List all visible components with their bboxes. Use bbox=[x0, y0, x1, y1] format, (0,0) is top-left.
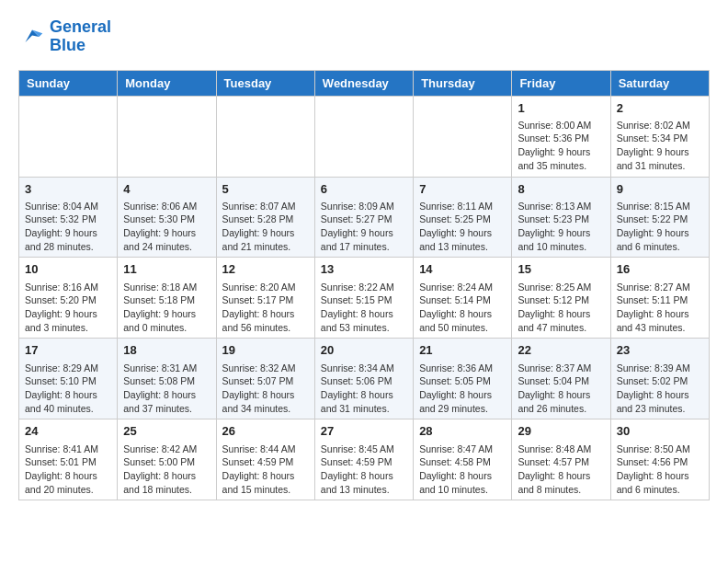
calendar-cell: 9Sunrise: 8:15 AM Sunset: 5:22 PM Daylig… bbox=[610, 177, 709, 258]
day-info: Sunrise: 8:11 AM Sunset: 5:25 PM Dayligh… bbox=[419, 200, 506, 254]
day-info: Sunrise: 8:04 AM Sunset: 5:32 PM Dayligh… bbox=[25, 200, 111, 254]
day-info: Sunrise: 8:32 AM Sunset: 5:07 PM Dayligh… bbox=[222, 362, 309, 416]
calendar-cell: 23Sunrise: 8:39 AM Sunset: 5:02 PM Dayli… bbox=[610, 339, 709, 419]
day-number: 5 bbox=[222, 181, 309, 198]
day-info: Sunrise: 8:48 AM Sunset: 4:57 PM Dayligh… bbox=[518, 442, 604, 497]
calendar-cell: 1Sunrise: 8:00 AM Sunset: 5:36 PM Daylig… bbox=[512, 96, 610, 177]
day-number: 15 bbox=[518, 261, 604, 278]
day-info: Sunrise: 8:37 AM Sunset: 5:04 PM Dayligh… bbox=[518, 362, 604, 416]
calendar-cell bbox=[216, 96, 314, 177]
calendar-week-row: 17Sunrise: 8:29 AM Sunset: 5:10 PM Dayli… bbox=[19, 339, 710, 419]
calendar-week-row: 24Sunrise: 8:41 AM Sunset: 5:01 PM Dayli… bbox=[19, 419, 710, 500]
day-info: Sunrise: 8:31 AM Sunset: 5:08 PM Dayligh… bbox=[123, 362, 210, 416]
day-number: 16 bbox=[617, 261, 703, 278]
day-number: 20 bbox=[321, 342, 407, 359]
day-info: Sunrise: 8:25 AM Sunset: 5:12 PM Dayligh… bbox=[518, 281, 604, 335]
day-info: Sunrise: 8:41 AM Sunset: 5:01 PM Dayligh… bbox=[25, 442, 111, 497]
day-info: Sunrise: 8:00 AM Sunset: 5:36 PM Dayligh… bbox=[518, 119, 604, 173]
day-info: Sunrise: 8:16 AM Sunset: 5:20 PM Dayligh… bbox=[25, 281, 111, 335]
day-number: 22 bbox=[518, 342, 604, 359]
calendar-header-row: SundayMondayTuesdayWednesdayThursdayFrid… bbox=[19, 70, 710, 96]
day-number: 4 bbox=[123, 181, 210, 198]
day-info: Sunrise: 8:20 AM Sunset: 5:17 PM Dayligh… bbox=[222, 281, 309, 335]
day-number: 14 bbox=[419, 261, 506, 278]
day-info: Sunrise: 8:50 AM Sunset: 4:56 PM Dayligh… bbox=[617, 442, 703, 497]
calendar-cell: 29Sunrise: 8:48 AM Sunset: 4:57 PM Dayli… bbox=[512, 419, 610, 500]
calendar-cell: 30Sunrise: 8:50 AM Sunset: 4:56 PM Dayli… bbox=[610, 419, 709, 500]
calendar-day-header: Monday bbox=[118, 70, 216, 96]
calendar-cell: 8Sunrise: 8:13 AM Sunset: 5:23 PM Daylig… bbox=[512, 177, 610, 258]
day-info: Sunrise: 8:07 AM Sunset: 5:28 PM Dayligh… bbox=[222, 200, 309, 254]
calendar-day-header: Friday bbox=[512, 70, 610, 96]
calendar-day-header: Sunday bbox=[19, 70, 118, 96]
day-number: 17 bbox=[25, 342, 111, 359]
day-number: 21 bbox=[419, 342, 506, 359]
day-number: 9 bbox=[617, 181, 703, 198]
calendar-cell: 5Sunrise: 8:07 AM Sunset: 5:28 PM Daylig… bbox=[216, 177, 314, 258]
calendar-cell: 22Sunrise: 8:37 AM Sunset: 5:04 PM Dayli… bbox=[512, 339, 610, 419]
calendar-cell: 10Sunrise: 8:16 AM Sunset: 5:20 PM Dayli… bbox=[19, 258, 118, 339]
logo-icon bbox=[18, 23, 46, 51]
calendar-week-row: 1Sunrise: 8:00 AM Sunset: 5:36 PM Daylig… bbox=[19, 96, 710, 177]
day-number: 8 bbox=[518, 181, 604, 198]
day-number: 11 bbox=[123, 261, 210, 278]
calendar-cell: 3Sunrise: 8:04 AM Sunset: 5:32 PM Daylig… bbox=[19, 177, 118, 258]
calendar-cell: 6Sunrise: 8:09 AM Sunset: 5:27 PM Daylig… bbox=[314, 177, 413, 258]
day-info: Sunrise: 8:02 AM Sunset: 5:34 PM Dayligh… bbox=[617, 119, 703, 173]
day-number: 25 bbox=[123, 423, 210, 440]
calendar-week-row: 3Sunrise: 8:04 AM Sunset: 5:32 PM Daylig… bbox=[19, 177, 710, 258]
day-number: 23 bbox=[617, 342, 703, 359]
calendar-cell bbox=[118, 96, 216, 177]
day-info: Sunrise: 8:47 AM Sunset: 4:58 PM Dayligh… bbox=[419, 442, 506, 497]
calendar-cell: 19Sunrise: 8:32 AM Sunset: 5:07 PM Dayli… bbox=[216, 339, 314, 419]
day-number: 24 bbox=[25, 423, 111, 440]
day-info: Sunrise: 8:22 AM Sunset: 5:15 PM Dayligh… bbox=[321, 281, 407, 335]
day-number: 10 bbox=[25, 261, 111, 278]
day-number: 30 bbox=[617, 423, 703, 440]
day-info: Sunrise: 8:36 AM Sunset: 5:05 PM Dayligh… bbox=[419, 362, 506, 416]
day-info: Sunrise: 8:06 AM Sunset: 5:30 PM Dayligh… bbox=[123, 200, 210, 254]
day-number: 6 bbox=[321, 181, 407, 198]
day-info: Sunrise: 8:09 AM Sunset: 5:27 PM Dayligh… bbox=[321, 200, 407, 254]
day-info: Sunrise: 8:18 AM Sunset: 5:18 PM Dayligh… bbox=[123, 281, 210, 335]
calendar-cell: 14Sunrise: 8:24 AM Sunset: 5:14 PM Dayli… bbox=[414, 258, 512, 339]
day-number: 7 bbox=[419, 181, 506, 198]
day-info: Sunrise: 8:45 AM Sunset: 4:59 PM Dayligh… bbox=[321, 442, 407, 497]
calendar-cell: 26Sunrise: 8:44 AM Sunset: 4:59 PM Dayli… bbox=[216, 419, 314, 500]
day-info: Sunrise: 8:15 AM Sunset: 5:22 PM Dayligh… bbox=[617, 200, 703, 254]
day-number: 28 bbox=[419, 423, 506, 440]
calendar-cell: 28Sunrise: 8:47 AM Sunset: 4:58 PM Dayli… bbox=[414, 419, 512, 500]
calendar-cell: 20Sunrise: 8:34 AM Sunset: 5:06 PM Dayli… bbox=[314, 339, 413, 419]
day-number: 18 bbox=[123, 342, 210, 359]
logo-text: General Blue bbox=[50, 18, 111, 55]
header: General Blue bbox=[18, 18, 710, 55]
calendar-cell: 24Sunrise: 8:41 AM Sunset: 5:01 PM Dayli… bbox=[19, 419, 118, 500]
calendar-day-header: Wednesday bbox=[314, 70, 413, 96]
calendar-cell: 21Sunrise: 8:36 AM Sunset: 5:05 PM Dayli… bbox=[414, 339, 512, 419]
calendar-cell: 12Sunrise: 8:20 AM Sunset: 5:17 PM Dayli… bbox=[216, 258, 314, 339]
calendar-cell: 25Sunrise: 8:42 AM Sunset: 5:00 PM Dayli… bbox=[118, 419, 216, 500]
calendar-cell: 2Sunrise: 8:02 AM Sunset: 5:34 PM Daylig… bbox=[610, 96, 709, 177]
day-number: 26 bbox=[222, 423, 309, 440]
calendar-day-header: Tuesday bbox=[216, 70, 314, 96]
day-number: 12 bbox=[222, 261, 309, 278]
day-info: Sunrise: 8:34 AM Sunset: 5:06 PM Dayligh… bbox=[321, 362, 407, 416]
page: General Blue SundayMondayTuesdayWednesda… bbox=[0, 0, 728, 510]
calendar-cell: 27Sunrise: 8:45 AM Sunset: 4:59 PM Dayli… bbox=[314, 419, 413, 500]
calendar-cell: 7Sunrise: 8:11 AM Sunset: 5:25 PM Daylig… bbox=[414, 177, 512, 258]
day-number: 29 bbox=[518, 423, 604, 440]
calendar: SundayMondayTuesdayWednesdayThursdayFrid… bbox=[18, 70, 710, 501]
calendar-cell: 13Sunrise: 8:22 AM Sunset: 5:15 PM Dayli… bbox=[314, 258, 413, 339]
calendar-cell: 16Sunrise: 8:27 AM Sunset: 5:11 PM Dayli… bbox=[610, 258, 709, 339]
day-number: 27 bbox=[321, 423, 407, 440]
day-info: Sunrise: 8:39 AM Sunset: 5:02 PM Dayligh… bbox=[617, 362, 703, 416]
calendar-cell: 15Sunrise: 8:25 AM Sunset: 5:12 PM Dayli… bbox=[512, 258, 610, 339]
day-info: Sunrise: 8:42 AM Sunset: 5:00 PM Dayligh… bbox=[123, 442, 210, 497]
calendar-cell bbox=[314, 96, 413, 177]
day-info: Sunrise: 8:29 AM Sunset: 5:10 PM Dayligh… bbox=[25, 362, 111, 416]
calendar-week-row: 10Sunrise: 8:16 AM Sunset: 5:20 PM Dayli… bbox=[19, 258, 710, 339]
day-number: 3 bbox=[25, 181, 111, 198]
calendar-cell bbox=[19, 96, 118, 177]
logo: General Blue bbox=[18, 18, 111, 55]
calendar-cell: 11Sunrise: 8:18 AM Sunset: 5:18 PM Dayli… bbox=[118, 258, 216, 339]
